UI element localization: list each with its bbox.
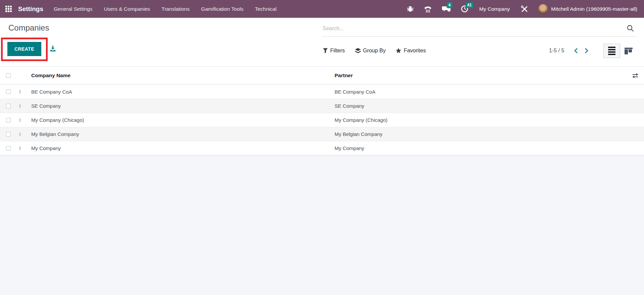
company-name-cell[interactable]: BE Company CoA xyxy=(25,89,329,95)
systray: 4 41 My Company Mitchell Admin (19609905… xyxy=(403,0,639,18)
search-placeholder: Search... xyxy=(323,26,344,32)
menu-technical[interactable]: Technical xyxy=(249,0,282,18)
company-name-cell[interactable]: SE Company xyxy=(25,103,329,109)
create-button[interactable]: CREATE xyxy=(7,42,41,56)
page-title: Companies xyxy=(8,23,49,33)
table-row[interactable]: ▲▼ BE Company CoA BE Company CoA xyxy=(0,85,644,99)
list-view-icon xyxy=(608,47,615,55)
menu-translations[interactable]: Translations xyxy=(156,0,195,18)
download-icon xyxy=(49,45,57,52)
row-checkbox[interactable] xyxy=(6,132,11,137)
pager-range: 1-5 / 5 xyxy=(549,48,564,54)
filters-menu[interactable]: Filters xyxy=(323,48,345,54)
partner-cell[interactable]: My Company (Chicago) xyxy=(329,117,627,123)
kanban-view-button[interactable] xyxy=(620,44,637,58)
pager-next-button[interactable] xyxy=(581,46,592,55)
partner-cell[interactable]: My Belgian Company xyxy=(329,131,627,137)
row-checkbox[interactable] xyxy=(6,104,11,108)
table-row[interactable]: ▲▼ My Company My Company xyxy=(0,141,644,155)
activities-badge: 41 xyxy=(465,2,473,8)
drag-handle-icon[interactable]: ▲▼ xyxy=(18,118,21,122)
user-name: Mitchell Admin (19609905-master-all) xyxy=(551,6,637,12)
header-partner[interactable]: Partner xyxy=(329,72,627,79)
apps-grid-icon xyxy=(5,6,12,12)
app-name[interactable]: Settings xyxy=(18,5,43,13)
main-menu: General Settings Users & Companies Trans… xyxy=(48,0,282,18)
optional-columns-icon[interactable] xyxy=(632,73,638,79)
partner-cell[interactable]: BE Company CoA xyxy=(329,89,627,95)
select-all-checkbox[interactable] xyxy=(6,73,11,78)
group-by-icon xyxy=(355,48,361,53)
filter-bar: Filters Group By Favorites xyxy=(323,44,426,57)
row-checkbox[interactable] xyxy=(6,89,11,94)
content-background xyxy=(0,155,644,295)
table-row[interactable]: ▲▼ My Company (Chicago) My Company (Chic… xyxy=(0,113,644,127)
user-menu[interactable]: Mitchell Admin (19609905-master-all) xyxy=(535,4,639,14)
pager: 1-5 / 5 xyxy=(549,44,592,57)
drag-handle-icon[interactable]: ▲▼ xyxy=(18,104,21,108)
search-bar[interactable]: Search... xyxy=(322,22,636,37)
header-check-cell xyxy=(0,73,15,78)
kanban-view-icon xyxy=(624,47,633,55)
search-icon[interactable] xyxy=(626,24,635,34)
apps-menu-button[interactable] xyxy=(0,0,17,18)
menu-users-companies[interactable]: Users & Companies xyxy=(98,0,156,18)
chevron-right-icon xyxy=(584,48,589,54)
support-phone-button[interactable] xyxy=(420,0,436,18)
chevron-left-icon xyxy=(574,48,578,54)
pager-previous-button[interactable] xyxy=(571,46,581,55)
tools-icon xyxy=(521,5,529,13)
view-switcher xyxy=(603,44,637,58)
group-by-menu[interactable]: Group By xyxy=(355,48,386,54)
control-panel: Companies CREATE Search... Filters xyxy=(0,18,644,67)
menu-gamification-tools[interactable]: Gamification Tools xyxy=(195,0,249,18)
top-navbar: Settings General Settings Users & Compan… xyxy=(0,0,644,18)
export-button[interactable] xyxy=(49,45,57,54)
table-header-row: Company Name Partner xyxy=(0,67,644,85)
companies-list: Company Name Partner ▲▼ BE Company CoA B… xyxy=(0,67,644,295)
menu-general-settings[interactable]: General Settings xyxy=(48,0,98,18)
header-company-name[interactable]: Company Name xyxy=(25,72,329,79)
header-options-cell xyxy=(627,73,644,79)
company-name-cell[interactable]: My Company (Chicago) xyxy=(25,117,329,123)
favorites-star-icon xyxy=(396,48,401,53)
favorites-menu[interactable]: Favorites xyxy=(396,48,426,54)
table-row[interactable]: ▲▼ SE Company SE Company xyxy=(0,99,644,113)
phone-icon xyxy=(424,5,432,13)
company-name-cell[interactable]: My Company xyxy=(25,145,329,151)
avatar xyxy=(538,4,548,14)
activities-button[interactable]: 41 xyxy=(457,0,473,18)
row-checkbox[interactable] xyxy=(6,146,11,151)
list-view-button[interactable] xyxy=(603,44,620,58)
company-switcher[interactable]: My Company xyxy=(475,6,514,12)
messages-button[interactable]: 4 xyxy=(438,0,455,18)
row-checkbox[interactable] xyxy=(6,118,11,122)
drag-handle-icon[interactable]: ▲▼ xyxy=(18,146,21,151)
bug-icon xyxy=(407,5,414,12)
filters-label: Filters xyxy=(330,48,345,54)
group-by-label: Group By xyxy=(363,48,386,54)
tools-button[interactable] xyxy=(516,0,533,18)
partner-cell[interactable]: SE Company xyxy=(329,103,627,109)
partner-cell[interactable]: My Company xyxy=(329,145,627,151)
drag-handle-icon[interactable]: ▲▼ xyxy=(18,89,21,94)
drag-handle-icon[interactable]: ▲▼ xyxy=(18,132,21,137)
debug-bug-button[interactable] xyxy=(403,0,418,18)
company-name-cell[interactable]: My Belgian Company xyxy=(25,131,329,137)
filter-icon xyxy=(323,48,328,53)
messages-badge: 4 xyxy=(447,2,452,8)
favorites-label: Favorites xyxy=(404,48,426,54)
table-row[interactable]: ▲▼ My Belgian Company My Belgian Company xyxy=(0,127,644,141)
